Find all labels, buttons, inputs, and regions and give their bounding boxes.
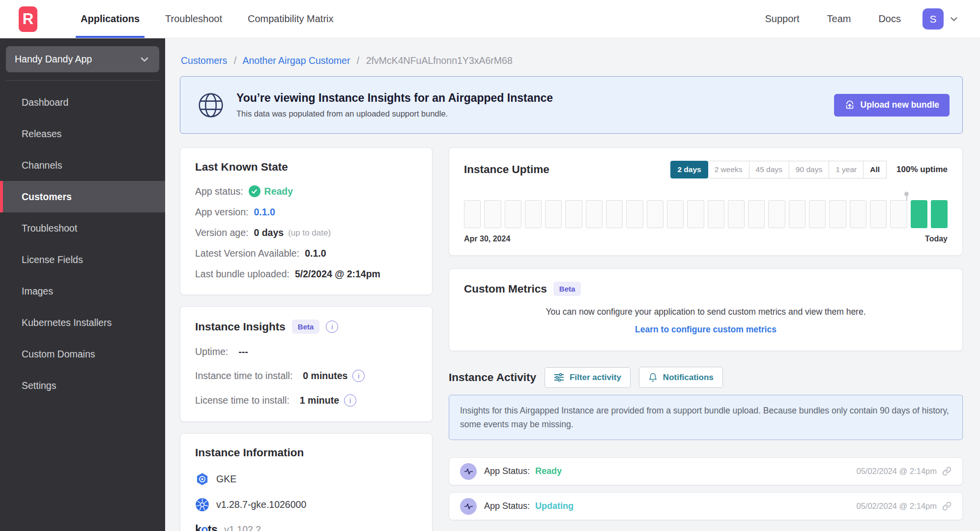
configure-metrics-link[interactable]: Learn to configure custom metrics (464, 324, 948, 335)
nav-item[interactable]: Team (813, 13, 865, 25)
app-version-link[interactable]: 0.1.0 (254, 206, 275, 218)
instance-time-to-install-row: Instance time to install: 0 minutes i (195, 370, 417, 382)
uptime-cell (565, 200, 582, 228)
card-title: Instance Uptime (464, 163, 549, 176)
pulse-icon (460, 498, 477, 515)
sidebar-item[interactable]: Kubernetes Installers (0, 307, 165, 338)
range-button[interactable]: 2 days (670, 161, 708, 178)
nav-item[interactable]: Troubleshoot (152, 0, 235, 38)
check-circle-icon (249, 185, 260, 197)
bell-icon (648, 372, 658, 383)
app-version-row: App version: 0.1.0 (195, 206, 417, 218)
breadcrumb-current: 2fvMcK4NFuALfnonn1Y3xA6rM68 (366, 55, 513, 66)
sidebar-item[interactable]: Images (0, 275, 165, 307)
uptime-cell (931, 200, 948, 228)
gke-icon (195, 472, 209, 486)
info-icon[interactable]: i (352, 370, 365, 382)
uptime-cell (728, 200, 745, 228)
uptime-cell (464, 200, 481, 228)
upload-new-bundle-button[interactable]: Upload new bundle (834, 94, 950, 117)
avatar[interactable]: S (922, 8, 944, 30)
app-status-row: App status: Ready (195, 185, 417, 197)
instance-activity-title: Instance Activity (449, 371, 536, 384)
event-status: Ready (535, 466, 562, 476)
link-icon[interactable] (942, 502, 951, 511)
distribution-item: GKE (195, 472, 417, 486)
sidebar-menu: DashboardReleasesChannelsCustomersTroubl… (0, 87, 165, 401)
airgap-banner: You’re viewing Instance Insights for an … (180, 76, 963, 134)
breadcrumb-link-customer[interactable]: Another Airgap Customer (242, 55, 350, 66)
sidebar-item[interactable]: Customers (0, 181, 165, 212)
sliders-icon (554, 373, 564, 382)
main-content: Customers / Another Airgap Customer / 2f… (165, 38, 980, 531)
sidebar-item[interactable]: Settings (0, 370, 165, 401)
uptime-cell (911, 200, 927, 228)
uptime-cell (626, 200, 643, 228)
app-status-value: Ready (264, 186, 293, 197)
uptime-row: Uptime: --- (195, 346, 417, 357)
nav-item[interactable]: Applications (68, 0, 152, 38)
range-button[interactable]: 45 days (749, 161, 789, 178)
filter-activity-button[interactable]: Filter activity (545, 367, 631, 388)
chevron-down-icon[interactable] (949, 14, 959, 25)
link-icon[interactable] (942, 467, 951, 476)
breadcrumb-link-customers[interactable]: Customers (181, 55, 227, 66)
range-button[interactable]: 1 year (829, 161, 864, 178)
beta-badge: Beta (292, 320, 320, 334)
sidebar-item[interactable]: Troubleshoot (0, 212, 165, 244)
kubernetes-icon (195, 498, 209, 512)
uptime-cell (687, 200, 704, 228)
uptime-marker-dot (904, 192, 909, 196)
uptime-cell (647, 200, 663, 228)
info-icon[interactable]: i (344, 394, 356, 407)
pulse-icon (460, 463, 477, 480)
notifications-button[interactable]: Notifications (639, 367, 723, 388)
uptime-cell (829, 200, 846, 228)
replicated-logo[interactable]: R (19, 6, 37, 32)
upload-icon (844, 100, 855, 111)
kots-logo: kots (195, 523, 217, 531)
airgap-history-notice: Insights for this Airgapped Instance are… (449, 395, 963, 440)
card-title: Instance Information (195, 446, 417, 459)
k8s-version-item: v1.28.7-gke.1026000 (195, 498, 417, 512)
uptime-bars (464, 200, 948, 228)
app-selector-dropdown[interactable]: Handy Dandy App (6, 46, 159, 72)
card-title: Custom Metrics (464, 283, 547, 295)
range-button[interactable]: 90 days (789, 161, 829, 178)
chevron-down-icon (139, 54, 150, 65)
range-button[interactable]: 2 weeks (708, 161, 749, 178)
nav-item[interactable]: Compatibility Matrix (235, 0, 346, 38)
nav-item[interactable]: Docs (865, 13, 915, 25)
sidebar-item[interactable]: License Fields (0, 244, 165, 275)
uptime-cell (809, 200, 826, 228)
uptime-cell (850, 200, 866, 228)
uptime-cell (667, 200, 684, 228)
uptime-cell (708, 200, 724, 228)
sidebar-item[interactable]: Dashboard (0, 87, 165, 118)
card-title: Last Known State (195, 161, 417, 174)
uptime-start-label: Apr 30, 2024 (464, 235, 510, 243)
uptime-cell (484, 200, 501, 228)
card-title: Instance Insights (195, 321, 286, 333)
sidebar: Handy Dandy App DashboardReleasesChannel… (0, 38, 165, 531)
sidebar-item[interactable]: Releases (0, 118, 165, 149)
banner-subtitle: This data was populated from an uploaded… (236, 109, 553, 118)
nav-item[interactable]: Support (751, 13, 813, 25)
uptime-cell (545, 200, 562, 228)
last-bundle-row: Last bundle uploaded: 5/2/2024 @ 2:14pm (195, 268, 417, 280)
uptime-cell (768, 200, 785, 228)
app-selector-label: Handy Dandy App (15, 54, 92, 65)
range-button[interactable]: All (863, 161, 887, 178)
uptime-cell (748, 200, 765, 228)
custom-metrics-text: You can now configure your application t… (464, 307, 948, 317)
sidebar-item[interactable]: Channels (0, 149, 165, 181)
activity-event-row: App Status: Updating 05/02/2024 @ 2:14pm (449, 492, 963, 520)
uptime-cell (606, 200, 623, 228)
uptime-cell (789, 200, 806, 228)
top-navbar: R ApplicationsTroubleshootCompatibility … (0, 0, 980, 38)
instance-insights-card: Instance Insights Beta i Uptime: --- Ins… (180, 306, 432, 422)
globe-icon (197, 91, 225, 119)
sidebar-item[interactable]: Custom Domains (0, 338, 165, 370)
beta-badge: Beta (553, 282, 581, 296)
info-icon[interactable]: i (326, 321, 338, 333)
